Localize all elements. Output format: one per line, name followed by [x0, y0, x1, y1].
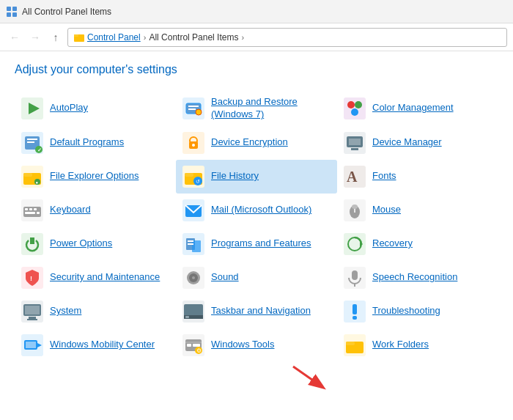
svg-rect-94 — [193, 344, 200, 347]
backup-restore-label: Backup and Restore (Windows 7) — [211, 96, 331, 121]
svg-rect-45 — [25, 208, 28, 210]
item-programs-features[interactable]: Programs and Features — [176, 227, 337, 261]
item-mouse[interactable]: Mouse — [337, 194, 498, 227]
taskbar-navigation-label: Taskbar and Navigation — [211, 305, 311, 317]
device-encryption-icon — [182, 131, 205, 155]
sound-label: Sound — [211, 271, 239, 284]
fonts-icon: A — [343, 165, 366, 188]
item-troubleshooting[interactable]: Troubleshooting — [337, 295, 498, 328]
item-device-encryption[interactable]: Device Encryption — [176, 126, 337, 160]
work-folders-label: Work Folders — [372, 339, 429, 351]
file-history-icon: ↺ — [182, 165, 205, 188]
item-taskbar-navigation[interactable]: Taskbar and Navigation — [176, 295, 337, 328]
item-autoplay[interactable]: AutoPlay — [15, 91, 176, 126]
work-folders-icon — [343, 334, 366, 357]
file-explorer-options-icon: ● — [21, 165, 44, 188]
default-programs-icon: ✓ — [21, 131, 44, 155]
page-title: Adjust your computer's settings — [15, 63, 498, 76]
breadcrumb-all-items[interactable]: All Control Panel Items — [149, 32, 238, 43]
item-recovery[interactable]: Recovery — [337, 227, 498, 261]
svg-text:●: ● — [36, 180, 39, 185]
breadcrumb-sep2: › — [241, 33, 244, 42]
item-mail[interactable]: Mail (Microsoft Outlook) — [176, 194, 337, 227]
address-input[interactable]: Control Panel › All Control Panel Items … — [67, 28, 507, 47]
svg-rect-33 — [23, 173, 32, 177]
item-color-management[interactable]: Color Management — [337, 91, 498, 126]
windows-tools-label: Windows Tools — [211, 339, 274, 351]
item-keyboard[interactable]: Keyboard — [15, 194, 176, 227]
svg-rect-48 — [25, 212, 35, 214]
svg-text:↺: ↺ — [196, 179, 200, 184]
file-history-label: File History — [211, 170, 259, 183]
item-file-explorer-options[interactable]: ●File Explorer Options — [15, 160, 176, 194]
troubleshooting-label: Troubleshooting — [372, 305, 440, 317]
svg-rect-77 — [29, 317, 36, 319]
svg-point-12 — [196, 109, 202, 115]
svg-rect-29 — [349, 139, 361, 145]
fonts-label: Fonts — [372, 170, 396, 183]
autoplay-icon — [21, 97, 44, 120]
svg-rect-5 — [74, 34, 78, 37]
item-windows-mobility[interactable]: Windows Mobility Center — [15, 328, 176, 362]
svg-point-70 — [192, 276, 195, 279]
item-sound[interactable]: Sound — [176, 261, 337, 295]
item-backup-restore[interactable]: Backup and Restore (Windows 7) — [176, 91, 337, 126]
item-default-programs[interactable]: ✓Default Programs — [15, 126, 176, 160]
svg-rect-61 — [188, 243, 193, 245]
speech-recognition-icon — [343, 266, 366, 290]
recovery-icon — [343, 232, 366, 256]
items-grid: AutoPlayBackup and Restore (Windows 7)Co… — [15, 91, 498, 362]
item-power-options[interactable]: Power Options — [15, 227, 176, 261]
svg-point-26 — [192, 144, 195, 147]
programs-features-icon — [182, 232, 205, 256]
svg-text:⚙: ⚙ — [196, 347, 202, 354]
svg-rect-20 — [27, 141, 34, 143]
svg-rect-78 — [27, 319, 37, 320]
item-work-folders[interactable]: Work Folders — [337, 328, 498, 362]
taskbar-navigation-icon — [182, 300, 205, 323]
svg-point-15 — [355, 101, 362, 108]
device-manager-label: Device Manager — [372, 136, 442, 149]
item-system[interactable]: System — [15, 295, 176, 328]
power-options-icon — [21, 232, 44, 256]
mouse-label: Mouse — [372, 204, 401, 216]
item-security-maintenance[interactable]: !Security and Maintenance — [15, 261, 176, 295]
svg-rect-10 — [188, 106, 199, 107]
svg-point-55 — [352, 205, 358, 209]
windows-mobility-label: Windows Mobility Center — [50, 339, 155, 351]
svg-rect-38 — [185, 173, 193, 177]
svg-rect-59 — [192, 240, 201, 252]
folder-icon — [74, 32, 84, 43]
forward-button[interactable]: → — [26, 29, 44, 46]
svg-rect-2 — [7, 12, 11, 17]
svg-rect-88 — [26, 342, 36, 348]
window-icon — [6, 6, 18, 18]
backup-restore-icon — [182, 97, 205, 120]
svg-rect-46 — [29, 208, 32, 210]
svg-point-16 — [351, 108, 358, 116]
item-speech-recognition[interactable]: Speech Recognition — [337, 261, 498, 295]
keyboard-icon — [21, 199, 44, 222]
svg-rect-19 — [27, 139, 37, 140]
up-button[interactable]: ↑ — [47, 29, 64, 46]
system-label: System — [50, 305, 81, 317]
item-device-manager[interactable]: Device Manager — [337, 126, 498, 160]
svg-rect-85 — [353, 316, 357, 320]
windows-mobility-icon — [21, 334, 44, 357]
svg-rect-84 — [353, 304, 357, 314]
title-bar: All Control Panel Items — [0, 0, 513, 23]
svg-rect-3 — [12, 12, 17, 17]
svg-rect-72 — [352, 270, 358, 280]
autoplay-label: AutoPlay — [50, 102, 88, 114]
sound-icon — [182, 266, 205, 290]
security-maintenance-icon: ! — [21, 266, 44, 290]
item-fonts[interactable]: AFonts — [337, 160, 498, 194]
back-button[interactable]: ← — [6, 29, 23, 46]
svg-rect-93 — [187, 344, 191, 347]
control-panel-icon — [6, 6, 18, 18]
item-windows-tools[interactable]: ⚙Windows Tools — [176, 328, 337, 362]
item-file-history[interactable]: ↺File History — [176, 160, 337, 194]
speech-recognition-label: Speech Recognition — [372, 271, 457, 284]
breadcrumb-control-panel[interactable]: Control Panel — [87, 32, 141, 43]
svg-rect-99 — [346, 342, 355, 345]
